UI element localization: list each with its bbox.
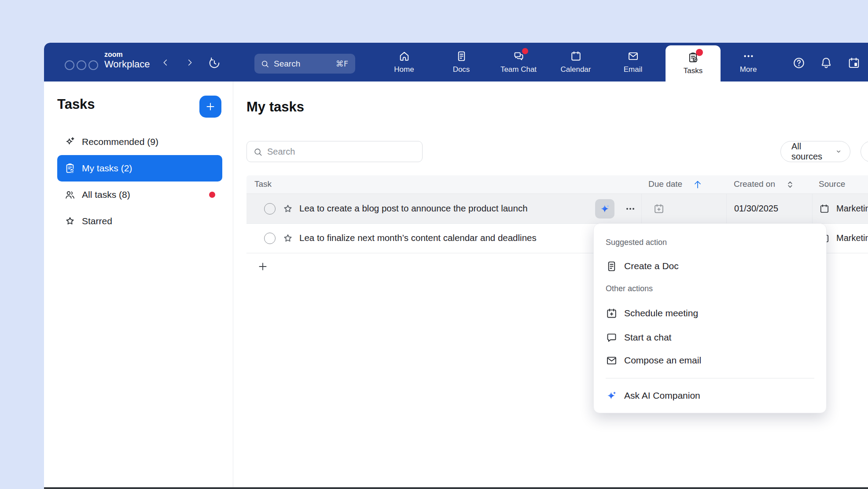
column-task: Task [254, 179, 272, 189]
docs-icon [456, 50, 467, 62]
sort-ascending-icon[interactable] [692, 179, 703, 190]
navbar: zoom Workplace Search ⌘F Home [44, 43, 868, 82]
navbar-search[interactable]: Search ⌘F [254, 54, 355, 74]
star-icon[interactable] [282, 203, 294, 215]
page-title: My tasks [246, 99, 304, 115]
chat-icon [606, 332, 618, 344]
window-control-minimize[interactable] [77, 60, 86, 70]
sidebar-item-starred[interactable]: Starred [57, 208, 222, 234]
history-icon [208, 56, 221, 70]
doc-icon [606, 260, 618, 272]
chevron-right-icon [185, 58, 195, 67]
sidebar-item-label: My tasks (2) [82, 163, 132, 174]
task-search-input[interactable] [247, 141, 422, 162]
calendar-date-icon [847, 56, 861, 70]
column-divider [641, 194, 642, 224]
menu-item-start-chat[interactable]: Start a chat [601, 328, 819, 347]
plus-icon [257, 261, 268, 272]
task-row[interactable]: Lea to create a blog post to announce th… [246, 194, 868, 224]
task-complete-checkbox[interactable] [264, 203, 276, 215]
tab-more[interactable]: More [720, 43, 777, 82]
app-window: zoom Workplace Search ⌘F Home [44, 43, 868, 489]
notifications-button[interactable] [820, 56, 833, 70]
bell-icon [820, 56, 833, 70]
sidebar: Tasks Recommended (9) My tasks (2) [44, 82, 233, 487]
menu-section-label: Other actions [606, 284, 653, 293]
menu-item-ask-ai-companion[interactable]: Ask AI Companion [601, 386, 819, 405]
help-icon [792, 56, 805, 70]
main-content: My tasks All sources Task Due date Creat… [233, 82, 868, 487]
chevron-left-icon [161, 58, 170, 67]
sidebar-item-all-tasks[interactable]: All tasks (8) [57, 182, 222, 208]
menu-item-compose-email[interactable]: Compose an email [601, 351, 819, 370]
tasks-notification-dot [696, 49, 703, 56]
add-due-date-button[interactable] [653, 203, 665, 215]
secondary-filter[interactable] [861, 141, 868, 162]
navbar-search-shortcut: ⌘F [336, 59, 348, 68]
sort-toggle-icon[interactable] [785, 179, 795, 190]
people-icon [64, 189, 76, 200]
source-value: Marketing [836, 204, 868, 214]
tab-home[interactable]: Home [375, 43, 433, 82]
all-tasks-notification-dot [209, 192, 215, 198]
back-button[interactable] [160, 57, 171, 68]
ai-sparkle-icon [606, 390, 618, 402]
email-icon [627, 50, 639, 62]
calendar-date-button[interactable] [847, 56, 861, 70]
chevron-down-icon [835, 148, 842, 156]
sparkle-icon [64, 136, 76, 148]
calendar-icon [570, 50, 582, 62]
table-header: Task Due date Created on Source [246, 175, 868, 194]
tab-email[interactable]: Email [604, 43, 662, 82]
window-control-close[interactable] [65, 60, 74, 70]
search-icon [261, 59, 269, 68]
sidebar-item-label: All tasks (8) [82, 189, 130, 200]
column-source: Source [819, 179, 845, 189]
tab-tasks[interactable]: Tasks [666, 45, 721, 82]
sidebar-item-label: Starred [82, 216, 112, 226]
calendar-plus-icon [606, 307, 618, 319]
sidebar-item-recommended[interactable]: Recommended (9) [57, 129, 222, 155]
plus-icon [205, 101, 216, 112]
ellipsis-icon [624, 203, 636, 215]
add-task-button[interactable] [199, 96, 221, 118]
tab-docs[interactable]: Docs [433, 43, 490, 82]
logo-zoom-text: zoom [104, 51, 150, 59]
star-icon [64, 215, 76, 227]
navbar-search-placeholder: Search [274, 59, 331, 69]
column-created-on: Created on [734, 179, 775, 189]
window-bottom-edge [44, 487, 868, 489]
history-button[interactable] [208, 56, 221, 70]
more-icon [743, 50, 754, 62]
sidebar-item-label: Recommended (9) [82, 137, 158, 147]
column-due-date: Due date [648, 179, 682, 189]
menu-section-label: Suggested action [606, 238, 667, 247]
calendar-plus-icon [653, 203, 665, 215]
sources-filter[interactable]: All sources [780, 141, 850, 162]
menu-item-schedule-meeting[interactable]: Schedule meeting [601, 304, 819, 323]
forward-button[interactable] [184, 57, 195, 68]
task-title: Lea to finalize next month’s content cal… [299, 233, 537, 243]
created-on-value: 01/30/2025 [734, 204, 778, 214]
task-search [246, 141, 423, 162]
help-button[interactable] [792, 56, 805, 70]
logo-workplace-text: Workplace [104, 59, 150, 70]
star-icon[interactable] [282, 233, 294, 244]
window-control-zoom[interactable] [88, 60, 98, 70]
sidebar-item-my-tasks[interactable]: My tasks (2) [57, 155, 222, 182]
more-actions-button[interactable] [624, 203, 640, 215]
source-value: Marketing [836, 233, 868, 243]
home-icon [398, 50, 410, 62]
team-chat-notification-dot [522, 48, 528, 54]
column-divider [726, 194, 727, 224]
menu-divider [606, 378, 814, 378]
task-complete-checkbox[interactable] [264, 233, 276, 244]
menu-item-create-doc[interactable]: Create a Doc [601, 256, 819, 276]
task-action-menu: Suggested action Create a Doc Other acti… [593, 223, 827, 413]
tab-calendar[interactable]: Calendar [547, 43, 604, 82]
ai-companion-action-button[interactable] [595, 199, 614, 219]
task-title: Lea to create a blog post to announce th… [299, 203, 528, 214]
my-tasks-icon [64, 163, 76, 174]
source-calendar-icon [819, 204, 830, 214]
tab-team-chat[interactable]: Team Chat [490, 43, 547, 82]
